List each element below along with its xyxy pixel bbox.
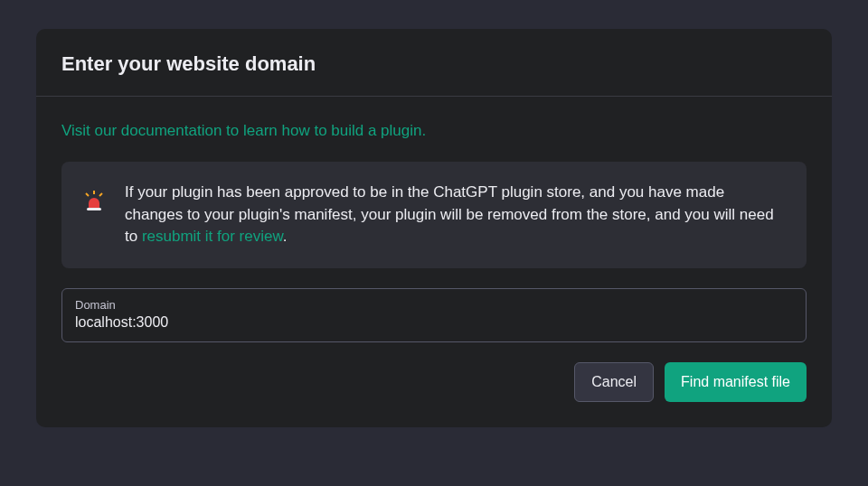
siren-icon: [83, 191, 105, 212]
warning-text-after: .: [283, 228, 288, 245]
documentation-link[interactable]: Visit our documentation to learn how to …: [61, 122, 426, 140]
svg-rect-3: [87, 208, 101, 210]
find-manifest-button[interactable]: Find manifest file: [665, 362, 807, 402]
plugin-domain-modal: Enter your website domain Visit our docu…: [36, 29, 832, 427]
resubmit-link[interactable]: resubmit it for review: [142, 228, 283, 245]
modal-header: Enter your website domain: [36, 29, 832, 97]
domain-input-wrapper[interactable]: Domain: [61, 288, 807, 342]
domain-input[interactable]: [75, 314, 793, 331]
cancel-button[interactable]: Cancel: [574, 362, 654, 402]
button-row: Cancel Find manifest file: [61, 362, 807, 402]
svg-line-1: [86, 193, 89, 196]
warning-text: If your plugin has been approved to be i…: [125, 182, 785, 248]
svg-line-2: [99, 193, 102, 196]
domain-input-label: Domain: [75, 298, 793, 312]
modal-body: Visit our documentation to learn how to …: [36, 97, 832, 427]
modal-title: Enter your website domain: [61, 52, 807, 76]
warning-box: If your plugin has been approved to be i…: [61, 162, 807, 268]
